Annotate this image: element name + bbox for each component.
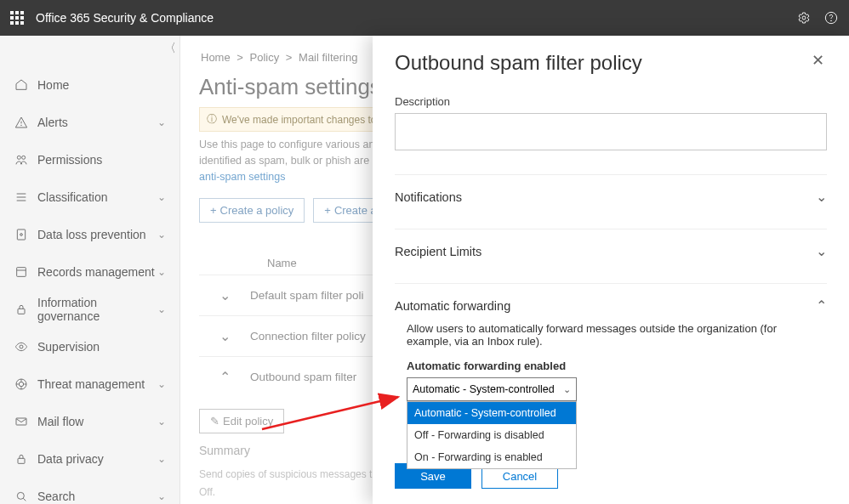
dropdown-option[interactable]: On - Forwarding is enabled (407, 446, 576, 468)
sidebar-item-label: Supervision (37, 340, 166, 354)
chevron-down-icon: ⌄ (199, 328, 250, 344)
plus-icon: + (324, 204, 331, 217)
chevron-down-icon: ⌄ (816, 189, 827, 205)
chevron-up-icon: ⌃ (199, 369, 250, 385)
flyout-title: Outbound spam filter policy (395, 51, 808, 75)
chevron-down-icon: ⌄ (157, 266, 166, 278)
svg-point-2 (831, 20, 832, 21)
lock-icon (14, 451, 29, 467)
topbar: Office 365 Security & Compliance (0, 0, 849, 36)
dlp-icon (14, 227, 29, 242)
alert-icon (14, 115, 29, 130)
chevron-down-icon: ⌄ (816, 243, 827, 259)
mail-icon (14, 414, 29, 429)
chevron-down-icon: ⌄ (157, 116, 166, 128)
flyout-panel: Outbound spam filter policy ✕ Descriptio… (373, 36, 849, 504)
section-notifications[interactable]: Notifications ⌄ (395, 174, 827, 205)
policy-name: Default spam filter poli (250, 289, 364, 302)
sidebar-item-label: Data privacy (37, 452, 157, 466)
svg-point-11 (20, 234, 23, 236)
svg-point-15 (20, 345, 23, 348)
section-automatic-forwarding[interactable]: Automatic forwarding ⌃ (395, 283, 827, 314)
threat-icon (14, 377, 29, 392)
chevron-down-icon: ⌄ (157, 191, 166, 203)
edit-policy-button[interactable]: ✎ Edit policy (199, 409, 284, 433)
lock-icon (14, 302, 29, 317)
plus-icon: + (210, 204, 217, 217)
sidebar-item-mail-flow[interactable]: Mail flow ⌄ (0, 403, 179, 440)
pencil-icon: ✎ (210, 415, 219, 428)
sidebar-item-label: Records management (37, 265, 157, 279)
records-icon (14, 264, 29, 280)
sidebar-item-permissions[interactable]: Permissions (0, 141, 179, 178)
svg-point-16 (19, 382, 23, 386)
create-policy-button[interactable]: +Create a policy (199, 198, 305, 223)
dropdown-option[interactable]: Automatic - System-controlled (407, 402, 576, 424)
sidebar: 〈 Home Alerts ⌄ Permissions Classificati… (0, 36, 180, 504)
auto-forward-help: Allow users to automatically forward mes… (407, 322, 815, 348)
chevron-down-icon: ⌄ (157, 416, 166, 428)
svg-rect-14 (18, 309, 25, 314)
collapse-sidebar-icon[interactable]: 〈 (164, 41, 176, 56)
chevron-down-icon: ⌄ (157, 378, 166, 390)
sidebar-item-label: Alerts (37, 116, 157, 129)
search-icon (14, 489, 29, 504)
info-icon: ⓘ (207, 112, 217, 127)
svg-rect-10 (17, 229, 25, 240)
sidebar-item-label: Home (37, 78, 166, 92)
svg-rect-22 (16, 418, 26, 425)
svg-point-4 (21, 125, 22, 126)
chevron-down-icon: ⌄ (157, 453, 166, 465)
perm-icon (14, 152, 29, 167)
close-icon[interactable]: ✕ (808, 51, 827, 70)
sidebar-item-classification[interactable]: Classification ⌄ (0, 178, 179, 216)
sidebar-item-records-management[interactable]: Records management ⌄ (0, 253, 179, 291)
auto-forward-dropdown: Automatic - System-controlledOff - Forwa… (407, 401, 577, 469)
app-launcher-icon[interactable] (10, 11, 24, 25)
chevron-down-icon: ⌄ (157, 490, 166, 502)
svg-rect-23 (18, 458, 25, 463)
sidebar-item-label: Information governance (37, 296, 157, 323)
chevron-up-icon: ⌃ (816, 297, 827, 314)
eye-icon (14, 339, 29, 354)
sidebar-item-threat-management[interactable]: Threat management ⌄ (0, 365, 179, 403)
svg-point-24 (17, 492, 24, 499)
auto-forward-label: Automatic forwarding enabled (407, 360, 815, 372)
svg-rect-12 (17, 268, 26, 277)
sidebar-item-label: Data loss prevention (37, 228, 157, 241)
sidebar-item-alerts[interactable]: Alerts ⌄ (0, 104, 179, 141)
chevron-down-icon: ⌄ (157, 229, 166, 241)
home-icon (14, 77, 29, 93)
sidebar-item-supervision[interactable]: Supervision (0, 328, 179, 365)
auto-forward-select[interactable]: Automatic - System-controlled ⌄ (407, 377, 577, 401)
chevron-down-icon: ⌄ (563, 384, 571, 395)
sidebar-item-label: Threat management (37, 377, 157, 391)
svg-point-0 (802, 16, 806, 20)
svg-line-25 (23, 498, 26, 501)
sidebar-item-label: Permissions (37, 153, 166, 167)
sidebar-item-data-privacy[interactable]: Data privacy ⌄ (0, 440, 179, 478)
sidebar-item-label: Search (37, 490, 157, 503)
sidebar-item-data-loss-prevention[interactable]: Data loss prevention ⌄ (0, 216, 179, 253)
sidebar-item-information-governance[interactable]: Information governance ⌄ (0, 291, 179, 328)
settings-icon[interactable] (796, 10, 812, 25)
policy-name: Connection filter policy (250, 330, 366, 343)
sidebar-item-label: Mail flow (37, 415, 157, 428)
learn-more-link[interactable]: anti-spam settings (199, 171, 285, 183)
class-icon (14, 190, 29, 205)
sidebar-item-home[interactable]: Home (0, 66, 179, 104)
section-recipient-limits[interactable]: Recipient Limits ⌄ (395, 229, 827, 259)
help-icon[interactable] (823, 10, 839, 25)
policy-name: Outbound spam filter (250, 371, 356, 383)
chevron-down-icon: ⌄ (157, 303, 166, 315)
sidebar-item-label: Classification (37, 190, 157, 204)
app-title: Office 365 Security & Compliance (36, 11, 784, 25)
svg-point-6 (22, 156, 26, 159)
svg-point-5 (17, 156, 20, 159)
dropdown-option[interactable]: Off - Forwarding is disabled (407, 424, 576, 446)
chevron-down-icon: ⌄ (199, 287, 250, 303)
automatic-forwarding-body: Allow users to automatically forward mes… (395, 314, 827, 405)
description-input[interactable] (395, 113, 827, 150)
sidebar-item-search[interactable]: Search ⌄ (0, 478, 179, 504)
description-label: Description (395, 95, 827, 108)
